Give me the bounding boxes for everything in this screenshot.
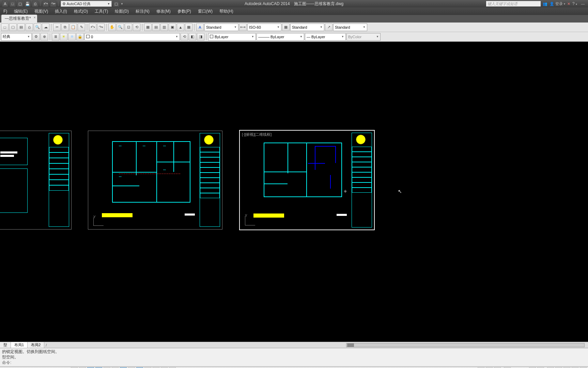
viewport-label[interactable]: [·][俯视][二维线框] — [242, 132, 272, 137]
workspace-label: AutoCAD 经典 — [66, 2, 91, 6]
title-block — [200, 133, 220, 227]
menu-format[interactable]: 格式(O) — [71, 8, 91, 15]
layer-prev-icon[interactable]: ⟲ — [181, 33, 188, 41]
floor-plan — [264, 143, 342, 197]
menu-parametric[interactable]: 参数(P) — [174, 8, 195, 15]
undo-icon[interactable]: ↶▾ — [43, 1, 49, 7]
workspace-dropdown[interactable]: ⚙ AutoCAD 经典 ▼ — [61, 1, 112, 7]
scrollbar-thumb[interactable] — [347, 343, 354, 347]
title-block — [49, 133, 69, 227]
sheet-frame-3-active[interactable]: [·][俯视][二维线框] — [239, 130, 375, 230]
plot-icon[interactable]: ⎙ — [26, 24, 33, 31]
layer-iso-icon[interactable]: ◧ — [189, 33, 196, 41]
new-icon[interactable]: □ — [10, 1, 16, 7]
menu-help[interactable]: 帮助(H) — [216, 8, 237, 15]
design-center-icon[interactable]: ▤ — [152, 24, 160, 31]
textstyle-dropdown[interactable]: Standard▼ — [204, 24, 238, 31]
document-tab-label: —思维客教育* — [5, 16, 31, 21]
app-title: Autodesk AutoCAD 2014 施工图——思维客教育.dwg — [245, 1, 343, 7]
layout-tab-row: 型 布局1 布局2 / — [0, 342, 588, 348]
tool-palette-icon[interactable]: ▥ — [160, 24, 168, 31]
exchange-icon[interactable]: ✕ — [567, 2, 570, 6]
open-icon[interactable]: ▢ — [17, 1, 23, 7]
zoom-win-icon[interactable]: ⊡ — [125, 24, 132, 31]
command-line[interactable]: 的锁定视图。切换到图纸空间。 型空间。 命令: — [0, 348, 588, 366]
help-icon[interactable]: ? ▾ — [572, 1, 577, 6]
menu-insert[interactable]: 插入(I) — [51, 8, 70, 15]
cmd-history-2: 型空间。 — [2, 354, 586, 360]
menu-bar: F) 编辑(E) 视图(V) 插入(I) 格式(O) 工具(T) 绘图(D) 标… — [0, 8, 588, 15]
save-file-icon[interactable]: ▤ — [17, 24, 25, 31]
close-icon[interactable]: × — [34, 16, 36, 19]
textstyle-icon[interactable]: A — [196, 24, 204, 31]
minimize-button[interactable]: — — [579, 1, 587, 6]
cut-icon[interactable]: ✂ — [53, 24, 61, 31]
cmd-history-1: 的锁定视图。切换到图纸空间。 — [2, 349, 586, 354]
publish-icon[interactable]: ☁ — [42, 24, 49, 31]
layer-freeze-icon[interactable]: ❄ — [68, 33, 76, 41]
sheet-frame-2: ━━ ━━ ━━ ━━ ━━ Y — [88, 131, 222, 230]
markup-icon[interactable]: ▲ — [177, 24, 184, 31]
linetype-dropdown[interactable]: ——— ByLayer▼ — [257, 33, 304, 41]
properties-icon[interactable]: ▦ — [144, 24, 152, 31]
layout-tab-2[interactable]: 布局2 — [28, 342, 44, 348]
infocenter-icon[interactable]: 👥 — [543, 2, 547, 6]
document-tab[interactable]: —思维客教育* × — [1, 15, 37, 23]
second-workspace-dropdown[interactable]: 经典▼ — [1, 33, 32, 41]
menu-view[interactable]: 视图(V) — [31, 8, 51, 15]
ws-settings-icon[interactable]: ⚙ — [32, 33, 40, 41]
menu-window[interactable]: 窗口(W) — [195, 8, 216, 15]
layer-lock-icon[interactable]: 🔒 — [76, 33, 84, 41]
new-file-icon[interactable]: □ — [1, 24, 9, 31]
redo-icon[interactable]: ↷▾ — [50, 1, 56, 7]
layout-tab-1[interactable]: 布局1 — [11, 342, 28, 348]
sheet-set-icon[interactable]: ▣ — [169, 24, 176, 31]
undo-button[interactable]: ↶▾ — [89, 24, 96, 31]
menu-edit[interactable]: 编辑(E) — [11, 8, 31, 15]
sheet-frame-1 — [0, 131, 72, 230]
dimstyle-icon[interactable]: ⟷ — [239, 24, 247, 31]
search-input[interactable]: 键入关键字或短语 — [486, 1, 541, 6]
menu-draw[interactable]: 绘图(D) — [111, 8, 132, 15]
plotstyle-dropdown[interactable]: ByColor▼ — [346, 33, 381, 41]
app-menu-icon[interactable]: A — [2, 1, 8, 7]
preview-icon[interactable]: 🔍 — [34, 24, 41, 31]
match-icon[interactable]: ✎ — [78, 24, 85, 31]
pan-icon[interactable]: ✋ — [108, 24, 116, 31]
menu-dimension[interactable]: 标注(N) — [132, 8, 153, 15]
drawing-label — [253, 214, 284, 218]
menu-modify[interactable]: 修改(M) — [153, 8, 174, 15]
zoom-rt-icon[interactable]: 🔍 — [117, 24, 124, 31]
color-dropdown[interactable]: ByLayer▼ — [208, 33, 256, 41]
tablestyle-icon[interactable]: ▦ — [282, 24, 290, 31]
copy-icon[interactable]: ⧉ — [61, 24, 69, 31]
qat-extra-icon[interactable]: ▢ — [113, 1, 119, 7]
menu-tools[interactable]: 工具(T) — [91, 8, 111, 15]
calc-icon[interactable]: ▦ — [185, 24, 192, 31]
horizontal-scrollbar[interactable] — [346, 343, 585, 347]
print-icon[interactable]: ⎙ — [32, 1, 38, 7]
save-icon[interactable]: 💾 — [25, 1, 31, 7]
ws-save-icon[interactable]: ⊕ — [41, 33, 48, 41]
drawing-canvas[interactable]: ━━ ━━ ━━ ━━ ━━ Y [·][俯视][二维线框] — [0, 42, 588, 342]
toolbar-area: □ ▢ ▤ ⎙ 🔍 ☁ ✂ ⧉ 📋 ✎ ↶▾ ↷▾ ✋ 🔍 ⊡ ⟲ ▦ ▤ ▥ … — [0, 23, 588, 42]
mleader-dropdown[interactable]: Standard▼ — [333, 24, 367, 31]
open-file-icon[interactable]: ▢ — [9, 24, 17, 31]
redo-button[interactable]: ↷▾ — [97, 24, 105, 31]
zoom-prev-icon[interactable]: ⟲ — [133, 24, 140, 31]
tablestyle-dropdown[interactable]: Standard▼ — [290, 24, 324, 31]
login-button[interactable]: 👤 登录 ▾ — [550, 1, 565, 6]
lineweight-dropdown[interactable]: — ByLayer▼ — [305, 33, 346, 41]
cmd-prompt: 命令: — [2, 360, 11, 365]
layer-state-icon[interactable]: ☀ — [60, 33, 67, 41]
status-bar: 6583.8444 ，0.0000 ▦ ⊞ ⌐ ◎ □ ◫ ∠ L + ≡ ▭ … — [0, 366, 588, 368]
mleader-icon[interactable]: ↗ — [325, 24, 332, 31]
dimstyle-dropdown[interactable]: ISO-60▼ — [247, 24, 281, 31]
drawing-label — [102, 213, 133, 217]
layer-manager-icon[interactable]: ≣ — [52, 33, 59, 41]
menu-file[interactable]: F) — [0, 8, 11, 15]
paste-icon[interactable]: 📋 — [69, 24, 77, 31]
layer-match-icon[interactable]: ◨ — [197, 33, 204, 41]
layout-tab-model[interactable]: 型 — [0, 342, 11, 348]
layer-dropdown[interactable]: 0 ▼ — [84, 33, 180, 41]
